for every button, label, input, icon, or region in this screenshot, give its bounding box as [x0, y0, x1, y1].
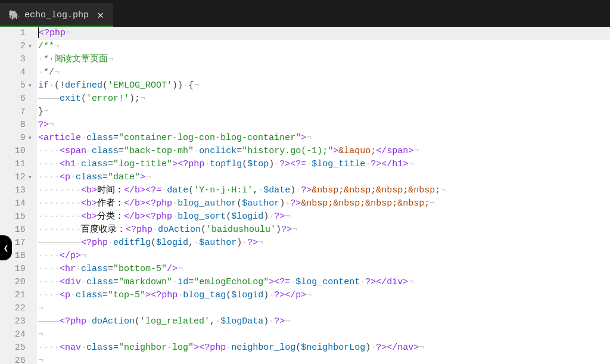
line-number: 13 — [5, 184, 32, 197]
line-number: 12▾ — [5, 171, 32, 184]
code-line[interactable]: ········<b>时间：</b><?=·date('Y-n-j·H:i',·… — [38, 184, 610, 197]
code-line[interactable]: /**¬ — [38, 40, 610, 53]
code-line[interactable]: ····<p·class="top-5"><?php·blog_tag($log… — [38, 289, 610, 302]
code-line[interactable]: }¬ — [38, 105, 610, 119]
line-number: 15 — [5, 210, 32, 223]
code-line[interactable]: ?>¬ — [38, 119, 610, 132]
line-number: 22 — [5, 302, 32, 315]
fold-icon[interactable]: ▾ — [28, 171, 32, 184]
line-number: 20 — [5, 276, 32, 289]
code-line[interactable]: if·(!defined('EMLOG_ROOT'))·{¬ — [38, 79, 610, 92]
line-number: 19 — [5, 263, 32, 276]
line-number: 16 — [5, 223, 32, 237]
code-line[interactable]: ····<hr·class="bottom-5"/>¬ — [38, 263, 610, 276]
code-line[interactable]: ····<div·class="markdown"·id="emlogEchoL… — [38, 276, 610, 289]
code-line[interactable]: ————exit('error!');¬ — [38, 92, 610, 105]
line-number: 11 — [5, 158, 32, 171]
code-area[interactable]: <?php¬/**¬·*·阅读文章页面¬·*/¬if·(!defined('EM… — [37, 27, 610, 364]
code-line[interactable]: ····<nav·class="neighbor-log"><?php·neig… — [38, 341, 610, 354]
code-line[interactable]: ····<span·class="back-top·mh"·onclick="h… — [38, 145, 610, 158]
fold-icon[interactable]: ▾ — [28, 40, 32, 53]
line-number: 26 — [5, 354, 32, 364]
line-number: 23 — [5, 315, 32, 328]
code-line[interactable]: ·*·阅读文章页面¬ — [38, 53, 610, 66]
line-number: 5▾ — [5, 79, 32, 92]
line-number-gutter[interactable]: 1 2▾3 4 5▾6 7 8 9▾10 11 12▾13 14 15 16 1… — [0, 27, 37, 364]
line-number: 4 — [5, 66, 32, 79]
line-number: 9▾ — [5, 132, 32, 145]
close-icon[interactable]: ✕ — [94, 8, 107, 21]
fold-icon[interactable]: ▾ — [28, 79, 32, 92]
code-line[interactable]: <article·class="container·log-con·blog-c… — [38, 132, 610, 145]
line-number: 2▾ — [5, 40, 32, 53]
tab-bar: 🐘 echo_log.php ✕ — [0, 0, 610, 27]
fold-icon[interactable]: ▾ — [28, 132, 32, 145]
code-line[interactable]: <?php¬ — [38, 27, 610, 40]
code-line[interactable]: ········<b>作者：</b><?php·blog_author($aut… — [38, 197, 610, 210]
line-number: 3 — [5, 53, 32, 66]
line-number: 14 — [5, 197, 32, 210]
line-number: 8 — [5, 119, 32, 132]
code-line[interactable]: ····<h1·class="log-title"><?php·topflg($… — [38, 158, 610, 171]
editor[interactable]: ❮ 1 2▾3 4 5▾6 7 8 9▾10 11 12▾13 14 15 16… — [0, 27, 610, 364]
code-line[interactable]: ————<?php·doAction('log_related',·$logDa… — [38, 315, 610, 328]
line-number: 6 — [5, 92, 32, 105]
code-line[interactable]: ————————<?php·editflg($logid,·$author)·?… — [38, 237, 610, 250]
code-line[interactable]: ·*/¬ — [38, 66, 610, 79]
line-number: 1 — [5, 27, 32, 40]
side-panel-handle[interactable]: ❮ — [0, 235, 12, 260]
code-line[interactable]: ¬ — [38, 354, 610, 364]
tab-filename: echo_log.php — [24, 10, 89, 20]
code-line[interactable]: ····</p>¬ — [38, 250, 610, 263]
php-file-icon: 🐘 — [8, 10, 20, 21]
code-line[interactable]: ········<b>分类：</b><?php·blog_sort($logid… — [38, 210, 610, 223]
line-number: 7 — [5, 105, 32, 119]
code-line[interactable]: ········百度收录：<?php·doAction('baidushoulu… — [38, 223, 610, 237]
line-number: 24 — [5, 328, 32, 341]
code-line[interactable]: ¬ — [38, 302, 610, 315]
file-tab[interactable]: 🐘 echo_log.php ✕ — [0, 3, 113, 27]
line-number: 21 — [5, 289, 32, 302]
code-line[interactable]: ¬ — [38, 328, 610, 341]
line-number: 10 — [5, 145, 32, 158]
line-number: 25 — [5, 341, 32, 354]
code-line[interactable]: ····<p·class="date">¬ — [38, 171, 610, 184]
